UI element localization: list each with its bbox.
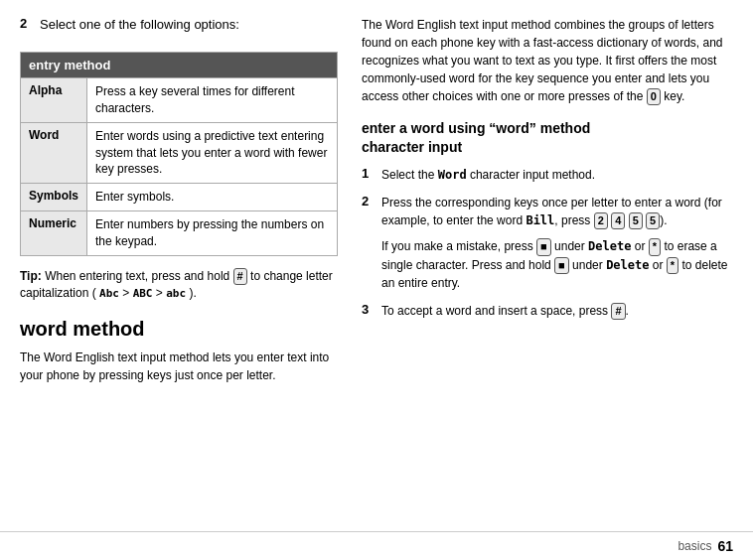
step-2: 2 Press the corresponding keys once per … (362, 194, 733, 292)
key-4: 4 (611, 212, 625, 229)
hash-key-1: # (233, 268, 247, 285)
key-2: 2 (594, 212, 608, 229)
tip-label: Tip: (20, 269, 42, 283)
step-1: 1 Select the Word character input method… (362, 166, 733, 184)
hash-key-2: # (611, 303, 625, 320)
left-column: 2 Select one of the following options: e… (20, 16, 338, 515)
footer: basics 61 (0, 531, 753, 560)
word-bold-1: Word (438, 168, 467, 182)
step-2-intro: 2 Select one of the following options: (20, 16, 338, 44)
table-row-numeric: Numeric Enter numbers by pressing the nu… (21, 210, 338, 255)
step-2-text: Select one of the following options: (40, 16, 239, 34)
step-2-number: 2 (362, 194, 376, 292)
key-0: 0 (647, 88, 661, 105)
alpha-desc: Press a key several times for different … (87, 78, 338, 123)
page-container: 2 Select one of the following options: e… (0, 0, 753, 531)
right-column: The Word English text input method combi… (362, 16, 733, 515)
footer-label: basics (678, 539, 711, 553)
star-key-1: * (649, 238, 661, 255)
word-method-intro: The Word English text input method lets … (20, 349, 338, 384)
table-row-word: Word Enter words using a predictive text… (21, 122, 338, 183)
step-1-content: Select the Word character input method. (381, 166, 733, 184)
abc-cap: Abc (99, 287, 119, 300)
numeric-label: Numeric (21, 210, 87, 255)
alpha-label: Alpha (21, 78, 87, 123)
step-2-number: 2 (20, 16, 34, 44)
table-row-symbols: Symbols Enter symbols. (21, 184, 338, 211)
arrow1: > (122, 286, 132, 300)
table-header: entry method (21, 53, 338, 78)
numeric-desc: Enter numbers by pressing the numbers on… (87, 210, 338, 255)
abc-lower: abc (166, 287, 186, 300)
right-body-text: The Word English text input method combi… (362, 16, 733, 105)
arrow2: > (156, 286, 166, 300)
delete-bold-1: Delete (588, 239, 631, 253)
key-5a: 5 (629, 212, 643, 229)
table-header-row: entry method (21, 53, 338, 78)
nav-key-2: ■ (554, 257, 569, 274)
step-2-para1: Press the corresponding keys once per le… (381, 194, 733, 229)
word-method-heading: word method (20, 318, 338, 341)
step-1-number: 1 (362, 166, 376, 184)
entry-method-table: entry method Alpha Press a key several t… (20, 52, 338, 255)
step-3-number: 3 (362, 302, 376, 320)
step-2-para2: If you make a mistake, press ■ under Del… (381, 237, 733, 292)
right-body-2: key. (664, 89, 684, 103)
tip-text1: When entering text, press and hold (45, 269, 232, 283)
step-3-content: To accept a word and insert a space, pre… (381, 302, 733, 320)
word-label: Word (21, 122, 87, 183)
symbols-label: Symbols (21, 184, 87, 211)
tip-paragraph: Tip: When entering text, press and hold … (20, 268, 338, 302)
symbols-desc: Enter symbols. (87, 184, 338, 211)
sub-heading: enter a word using “word” methodcharacte… (362, 119, 733, 155)
word-desc: Enter words using a predictive text ente… (87, 122, 338, 183)
star-key-2: * (667, 257, 678, 274)
footer-page-number: 61 (717, 538, 733, 554)
tip-text3: ). (189, 286, 196, 300)
step-3: 3 To accept a word and insert a space, p… (362, 302, 733, 320)
bill-word: Bill (526, 213, 554, 227)
delete-bold-2: Delete (606, 258, 649, 272)
key-5b: 5 (646, 212, 660, 229)
step-2-content: Press the corresponding keys once per le… (381, 194, 733, 292)
table-row-alpha: Alpha Press a key several times for diff… (21, 78, 338, 123)
abc-upper: ABC (133, 287, 153, 300)
nav-key-1: ■ (536, 238, 551, 255)
